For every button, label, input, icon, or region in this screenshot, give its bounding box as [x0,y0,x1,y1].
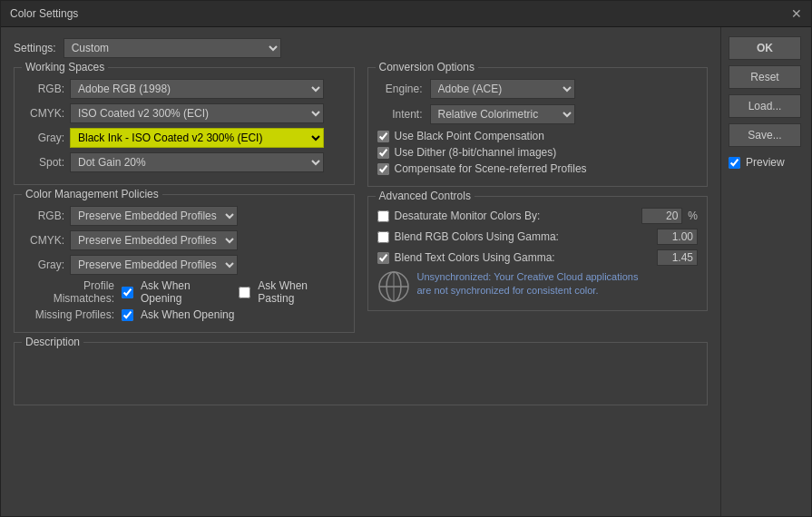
reset-button[interactable]: Reset [729,65,801,89]
col-left: Working Spaces RGB: Adobe RGB (1998) CMY… [14,67,355,333]
co-content: Engine: Adobe (ACE) Intent: Relative Col… [377,79,699,175]
settings-label: Settings: [14,42,56,54]
mp-ask-open-label: Ask When Opening [141,308,234,321]
co-black-point-checkbox[interactable] [377,131,389,142]
ws-cmyk-label: CMYK: [24,107,64,120]
co-dither-row: Use Dither (8-bit/channel images) [377,146,699,159]
ws-gray-select[interactable]: Black Ink - ISO Coated v2 300% (ECI) [70,128,324,148]
co-scene-checkbox[interactable] [377,163,389,175]
ws-rgb-row: RGB: Adobe RGB (1998) [24,79,345,99]
unsync-icon [377,270,410,303]
co-black-point-row: Use Black Point Compensation [377,130,699,142]
ac-desaturate-input[interactable]: 20 [641,208,682,224]
save-button[interactable]: Save... [729,123,801,147]
ac-desaturate-checkbox[interactable] [377,210,389,222]
cmp-gray-label: Gray: [24,258,64,271]
cmp-title: Color Management Policies [22,188,162,200]
missing-profiles-row: Missing Profiles: Ask When Opening [24,308,345,321]
cmp-content: RGB: Preserve Embedded Profiles CMYK: Pr… [24,206,345,321]
profile-mismatches-row: Profile Mismatches: Ask When Opening Ask… [24,279,345,305]
unsync-text-part2: are not synchronized for consistent colo… [417,285,599,296]
co-dither-checkbox[interactable] [377,147,389,159]
ac-desaturate-row: Desaturate Monitor Colors By: 20 % [377,208,699,224]
preview-row: Preview [729,156,804,169]
ac-blend-text-checkbox[interactable] [377,252,389,264]
unsync-text-part1: Unsynchronized: Your Creative Cloud appl… [417,271,639,282]
ac-blend-rgb-input[interactable]: 1.00 [657,229,698,245]
working-spaces-title: Working Spaces [22,61,108,73]
co-scene-label: Compensate for Scene-referred Profiles [395,162,587,175]
ws-gray-row: Gray: Black Ink - ISO Coated v2 300% (EC… [24,128,345,148]
ac-blend-text-input[interactable]: 1.45 [657,249,698,266]
color-settings-dialog: Color Settings ✕ Settings: Custom Workin… [0,0,812,517]
working-spaces-content: RGB: Adobe RGB (1998) CMYK: ISO Coated v… [24,79,345,172]
co-engine-label: Engine: [377,83,423,95]
ws-spot-label: Spot: [24,156,64,169]
description-section: Description [14,342,708,405]
ac-blend-rgb-label: Blend RGB Colors Using Gamma: [395,230,652,243]
ac-blend-rgb-checkbox[interactable] [377,231,389,243]
pm-ask-open-label: Ask When Opening [141,279,231,305]
ac-blend-rgb-row: Blend RGB Colors Using Gamma: 1.00 [377,229,699,245]
ac-blend-text-row: Blend Text Colors Using Gamma: 1.45 [377,249,699,266]
unsync-text: Unsynchronized: Your Creative Cloud appl… [417,270,639,298]
cmp-rgb-label: RGB: [24,210,64,222]
ws-rgb-label: RGB: [24,83,64,95]
co-engine-row: Engine: Adobe (ACE) [377,79,699,99]
missing-label: Missing Profiles: [24,308,114,321]
co-scene-row: Compensate for Scene-referred Profiles [377,162,699,175]
ws-cmyk-row: CMYK: ISO Coated v2 300% (ECI) [24,103,345,123]
pm-ask-paste-checkbox[interactable] [239,287,250,298]
cmp-gray-select[interactable]: Preserve Embedded Profiles [70,255,238,275]
settings-select[interactable]: Custom [64,38,281,58]
cmp-cmyk-select[interactable]: Preserve Embedded Profiles [70,230,238,250]
ac-blend-text-label: Blend Text Colors Using Gamma: [395,251,652,264]
color-management-policies-section: Color Management Policies RGB: Preserve … [14,194,355,333]
main-area: Settings: Custom Working Spaces RGB: [1,27,720,516]
cmp-cmyk-label: CMYK: [24,234,64,247]
dialog-title: Color Settings [10,7,78,20]
pm-ask-open-checkbox[interactable] [122,287,133,298]
pm-label: Profile Mismatches: [24,279,114,305]
two-col-layout: Working Spaces RGB: Adobe RGB (1998) CMY… [14,67,708,333]
advanced-controls-section: Advanced Controls Desaturate Monitor Col… [367,196,709,311]
close-button[interactable]: ✕ [791,6,802,21]
description-title: Description [22,336,83,348]
ac-desaturate-unit: % [688,210,698,222]
ws-spot-row: Spot: Dot Gain 20% [24,152,345,172]
ws-spot-select[interactable]: Dot Gain 20% [70,152,324,172]
cmp-rgb-select[interactable]: Preserve Embedded Profiles [70,206,238,226]
ac-content: Desaturate Monitor Colors By: 20 % Blend… [377,208,699,303]
co-title: Conversion Options [376,61,478,73]
dialog-body: Settings: Custom Working Spaces RGB: [1,27,811,516]
unsync-row: Unsynchronized: Your Creative Cloud appl… [377,270,699,303]
pm-ask-paste-label: Ask When Pasting [258,279,344,305]
sidebar: OK Reset Load... Save... Preview [720,27,811,516]
co-intent-row: Intent: Relative Colorimetric [377,104,699,124]
col-right: Conversion Options Engine: Adobe (ACE) I… [367,67,709,333]
mp-ask-open-checkbox[interactable] [122,309,133,321]
co-black-point-label: Use Black Point Compensation [395,130,544,142]
co-intent-label: Intent: [377,108,423,121]
ws-cmyk-select[interactable]: ISO Coated v2 300% (ECI) [70,103,324,123]
ac-title: Advanced Controls [376,190,474,202]
ok-button[interactable]: OK [729,36,801,60]
settings-row: Settings: Custom [14,38,708,58]
cmp-cmyk-row: CMYK: Preserve Embedded Profiles [24,230,345,250]
ac-desaturate-label: Desaturate Monitor Colors By: [395,210,637,222]
ws-rgb-select[interactable]: Adobe RGB (1998) [70,79,324,99]
load-button[interactable]: Load... [729,94,801,118]
ws-gray-label: Gray: [24,132,64,144]
cmp-rgb-row: RGB: Preserve Embedded Profiles [24,206,345,226]
cmp-gray-row: Gray: Preserve Embedded Profiles [24,255,345,275]
working-spaces-section: Working Spaces RGB: Adobe RGB (1998) CMY… [14,67,355,185]
title-bar: Color Settings ✕ [1,1,811,27]
co-dither-label: Use Dither (8-bit/channel images) [395,146,557,159]
co-intent-select[interactable]: Relative Colorimetric [430,104,575,124]
preview-checkbox[interactable] [729,157,740,169]
co-engine-select[interactable]: Adobe (ACE) [430,79,575,99]
conversion-options-section: Conversion Options Engine: Adobe (ACE) I… [367,67,709,187]
preview-label: Preview [746,156,785,169]
